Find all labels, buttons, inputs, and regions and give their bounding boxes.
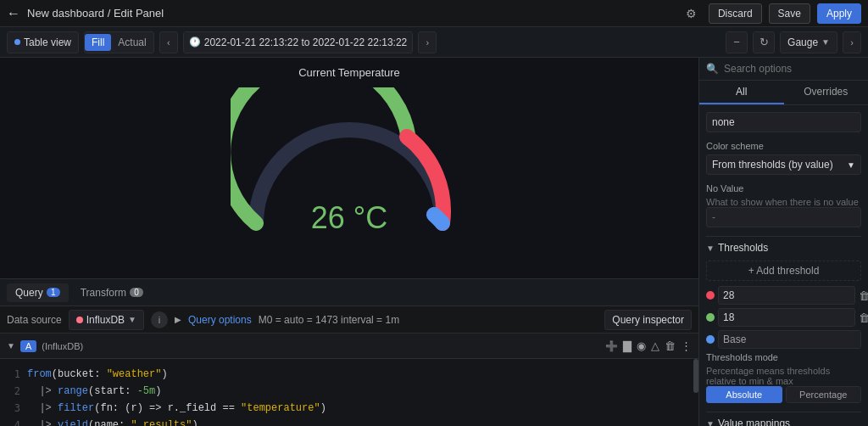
- clock-icon: 🕐: [189, 36, 201, 48]
- threshold-base-display: Base: [718, 330, 861, 349]
- chevron-down-icon: ▼: [128, 315, 136, 324]
- time-next-button[interactable]: ›: [418, 31, 437, 53]
- table-view-button[interactable]: Table view: [7, 31, 79, 53]
- scrollbar-handle[interactable]: [693, 359, 698, 393]
- query-options-chevron-icon: ▶: [175, 315, 181, 324]
- transform-tab[interactable]: Transform 0: [72, 283, 152, 302]
- query-tab-label: Query: [15, 287, 43, 299]
- search-input[interactable]: [724, 63, 861, 75]
- discard-button[interactable]: Discard: [709, 3, 762, 24]
- tab-overrides[interactable]: Overrides: [784, 81, 869, 104]
- line-code-1: from(bucket: "weather"): [27, 368, 168, 380]
- value-mappings-section-header[interactable]: ▼ Value mappings: [706, 418, 861, 426]
- percentage-button[interactable]: Percentage: [786, 386, 862, 403]
- refresh-button[interactable]: ↻: [753, 31, 775, 53]
- color-scheme-label: Color scheme: [706, 141, 861, 151]
- datasource-name: InfluxDB: [86, 314, 125, 326]
- debug-icon[interactable]: △: [651, 339, 659, 352]
- thresholds-mode-buttons: Absolute Percentage: [706, 386, 861, 403]
- add-threshold-button[interactable]: + Add threshold: [706, 261, 861, 281]
- time-prev-button[interactable]: ‹: [159, 31, 178, 53]
- copy-icon[interactable]: ▇: [623, 339, 632, 352]
- line-code-4: |> yield(name: "_results"): [27, 419, 198, 426]
- absolute-button[interactable]: Absolute: [706, 386, 782, 403]
- fill-actual-toggle: Fill Actual: [84, 31, 154, 53]
- save-button[interactable]: Save: [769, 3, 810, 24]
- query-options-button[interactable]: Query options: [188, 314, 252, 326]
- code-line-1: 1 from(bucket: "weather"): [0, 366, 698, 383]
- line-code-3: |> filter(fn: (r) => r._field == "temper…: [27, 402, 326, 414]
- panel-options-content: Color scheme From thresholds (by value) …: [699, 105, 868, 426]
- collapse-icon[interactable]: ▼: [7, 341, 15, 350]
- query-meta-text: M0 = auto = 1473 interval = 1m: [259, 314, 399, 326]
- chart-title: Current Temperature: [0, 66, 698, 79]
- line-num-4: 4: [0, 419, 27, 426]
- page-title: New dashboard / Edit Panel: [27, 7, 164, 20]
- influxdb-dot: [76, 317, 83, 323]
- time-range-display[interactable]: 🕐 2022-01-21 22:13:22 to 2022-01-22 22:1…: [183, 31, 414, 53]
- tab-all[interactable]: All: [699, 81, 784, 104]
- line-num-3: 3: [0, 402, 27, 414]
- no-value-label: No Value: [706, 183, 861, 193]
- add-expression-icon[interactable]: ➕: [605, 340, 618, 352]
- query-options-label: Query options: [188, 314, 252, 326]
- panel-settings-button[interactable]: ›: [843, 31, 861, 53]
- datasource-selector[interactable]: InfluxDB ▼: [69, 310, 144, 330]
- divider-2: [706, 412, 861, 412]
- value-mappings-label: Value mappings: [718, 418, 790, 426]
- code-editor[interactable]: 1 from(bucket: "weather") 2 |> range(sta…: [0, 359, 698, 426]
- threshold-value-18[interactable]: [718, 308, 855, 327]
- none-option-row: [706, 112, 861, 132]
- none-input[interactable]: [706, 112, 861, 132]
- apply-button[interactable]: Apply: [817, 3, 861, 24]
- drag-handle-icon[interactable]: ⋮: [681, 339, 692, 352]
- color-scheme-value: From thresholds (by value): [712, 159, 833, 171]
- query-row-sublabel: (InfluxDB): [42, 341, 83, 351]
- fill-tab[interactable]: Fill: [85, 34, 111, 51]
- gauge-value: 26 °C: [311, 200, 387, 236]
- code-line-4: 4 |> yield(name: "_results"): [0, 417, 698, 426]
- datasource-info-button[interactable]: i: [151, 311, 168, 328]
- thresholds-label: Thresholds: [718, 242, 768, 254]
- threshold-value-28[interactable]: [718, 286, 855, 305]
- line-num-1: 1: [0, 368, 27, 380]
- actual-tab[interactable]: Actual: [111, 34, 153, 51]
- datasource-bar: Data source InfluxDB ▼ i ▶ Query options…: [0, 306, 698, 334]
- right-panel: 🔍 All Overrides Color scheme From thresh…: [698, 58, 868, 426]
- query-tab-badge: 1: [47, 288, 60, 297]
- back-button[interactable]: ←: [7, 6, 20, 21]
- thresholds-section-header[interactable]: ▼ Thresholds: [706, 242, 861, 254]
- header: ← New dashboard / Edit Panel ⚙ Discard S…: [0, 0, 868, 27]
- thresholds-mode-sublabel: Percentage means thresholds relative to …: [706, 366, 861, 386]
- query-tab[interactable]: Query 1: [7, 283, 69, 302]
- threshold-base-label: Base: [723, 334, 746, 345]
- visualization-selector[interactable]: Gauge ▼: [780, 31, 837, 53]
- table-view-label: Table view: [24, 36, 71, 48]
- time-range-text: 2022-01-21 22:13:22 to 2022-01-22 22:13:…: [204, 36, 408, 48]
- query-inspector-button[interactable]: Query inspector: [604, 310, 692, 330]
- transform-tab-badge: 0: [130, 288, 143, 297]
- threshold-dot-green: [706, 313, 715, 322]
- toolbar: Table view Fill Actual ‹ 🕐 2022-01-21 22…: [0, 27, 868, 58]
- thresholds-chevron-icon: ▼: [706, 244, 715, 253]
- threshold-row-base: Base: [706, 330, 861, 349]
- query-row-actions: ➕ ▇ ◉ △ 🗑 ⋮: [605, 339, 692, 352]
- zoom-out-button[interactable]: −: [726, 31, 748, 53]
- no-value-row: No Value What to show when there is no v…: [706, 183, 861, 227]
- color-scheme-select[interactable]: From thresholds (by value) ▼: [706, 154, 861, 175]
- delete-threshold-18[interactable]: 🗑: [859, 311, 868, 324]
- value-mappings-chevron-icon: ▼: [706, 419, 715, 427]
- color-scheme-row: Color scheme From thresholds (by value) …: [706, 141, 861, 175]
- delete-query-icon[interactable]: 🗑: [665, 339, 676, 352]
- divider-1: [706, 236, 861, 237]
- code-line-2: 2 |> range(start: -5m): [0, 383, 698, 400]
- query-row-header: ▼ A (InfluxDB) ➕ ▇ ◉ △ 🗑 ⋮: [0, 334, 698, 359]
- toggle-visibility-icon[interactable]: ◉: [637, 339, 646, 352]
- gauge-label: Gauge: [787, 36, 818, 48]
- settings-icon[interactable]: ⚙: [682, 3, 702, 24]
- no-value-input[interactable]: [706, 207, 861, 227]
- query-editor-container: ▼ A (InfluxDB) ➕ ▇ ◉ △ 🗑 ⋮ 1 fro: [0, 334, 698, 426]
- thresholds-mode-label: Thresholds mode: [706, 352, 861, 362]
- threshold-dot-red: [706, 291, 715, 300]
- delete-threshold-28[interactable]: 🗑: [859, 289, 868, 302]
